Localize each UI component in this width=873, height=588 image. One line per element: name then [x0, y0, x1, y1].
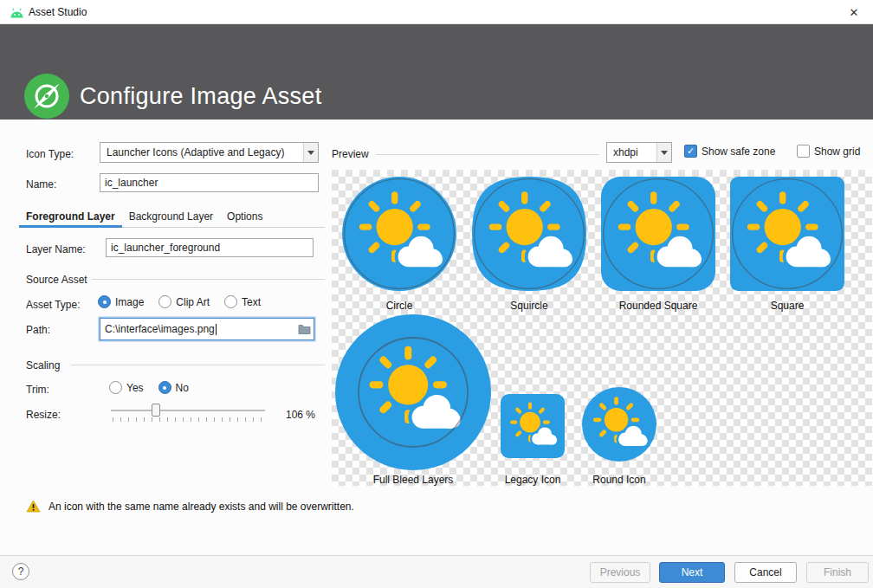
preview-tile-round [582, 387, 656, 462]
warning-message: An icon with the same name already exist… [48, 501, 354, 513]
show-grid-box [797, 145, 810, 158]
chevron-down-icon [656, 143, 671, 162]
show-safe-zone-label: Show safe zone [702, 145, 775, 158]
trim-label: Trim: [26, 384, 49, 396]
slider-ticks [113, 417, 267, 422]
name-input-value: ic_launcher [105, 177, 158, 189]
show-grid-checkbox[interactable]: Show grid [797, 145, 860, 158]
browse-folder-button[interactable] [294, 319, 314, 339]
preview-tile-label: Rounded Square [601, 300, 715, 312]
preview-tile-square [730, 177, 844, 291]
warning-row: An icon with the same name already exist… [26, 500, 354, 513]
adaptive-icon-square-image [730, 177, 844, 291]
radio-trim-no-label: No [176, 382, 189, 394]
preview-tile-legacy [501, 394, 565, 458]
tab-background-layer[interactable]: Background Layer [122, 206, 220, 227]
density-dropdown[interactable]: xhdpi [606, 142, 672, 163]
folder-icon [298, 324, 311, 334]
finish-button[interactable]: Finish [806, 562, 869, 583]
cancel-button[interactable]: Cancel [734, 562, 797, 583]
radio-option-trim-no[interactable]: No [158, 381, 189, 394]
radio-option-clip-art[interactable]: Clip Art [158, 295, 210, 308]
window-title: Asset Studio [29, 6, 87, 18]
name-label: Name: [26, 178, 56, 191]
trim-radio-group: Yes No [109, 381, 204, 394]
preview-tile-squircle [472, 177, 586, 291]
previous-button[interactable]: Previous [590, 562, 650, 583]
resize-label: Resize: [26, 409, 61, 421]
help-button[interactable]: ? [12, 563, 29, 580]
radio-trim-yes [109, 381, 122, 394]
show-safe-zone-checkbox[interactable]: ✓ Show safe zone [684, 145, 775, 158]
check-icon: ✓ [684, 145, 697, 158]
close-button[interactable]: ✕ [835, 0, 873, 24]
page-title: Configure Image Asset [80, 83, 321, 110]
full-bleed-icon-image [335, 314, 491, 470]
layer-name-label: Layer Name: [26, 243, 86, 255]
density-value: xhdpi [607, 146, 656, 158]
asset-studio-dialog: Asset Studio ✕ Configure Image Asset Ico… [0, 0, 873, 588]
radio-option-image[interactable]: Image [98, 295, 144, 308]
layer-tabs: Foreground Layer Background Layer Option… [19, 206, 325, 228]
radio-image [98, 295, 111, 308]
icon-type-label: Icon Type: [26, 148, 74, 160]
layer-name-input[interactable]: ic_launcher_foreground [106, 238, 314, 257]
icon-type-value: Launcher Icons (Adaptive and Legacy) [100, 146, 303, 158]
chevron-down-icon [303, 143, 318, 162]
asset-type-label: Asset Type: [26, 299, 80, 311]
next-button[interactable]: Next [659, 562, 725, 583]
preview-tile-rounded-square [601, 177, 715, 291]
resize-slider[interactable] [111, 404, 265, 423]
path-input[interactable]: C:\interface\images.png [100, 318, 314, 340]
android-icon [10, 8, 24, 21]
preview-divider [376, 154, 599, 155]
preview-tile-label: Circle [342, 300, 456, 312]
warning-icon [26, 500, 41, 513]
show-grid-label: Show grid [814, 145, 860, 158]
name-input[interactable]: ic_launcher [100, 173, 319, 192]
source-asset-section-label: Source Asset [26, 274, 87, 286]
radio-trim-no [158, 381, 171, 394]
preview-tile-circle [342, 177, 456, 291]
preview-canvas: Circle Squircle Rounded Square Square [332, 170, 872, 486]
adaptive-icon-rounded-square-image [601, 177, 715, 291]
radio-text-label: Text [242, 296, 261, 308]
tab-options[interactable]: Options [220, 206, 269, 227]
slider-track[interactable] [111, 410, 265, 411]
text-caret [216, 324, 217, 335]
adaptive-icon-squircle-image [472, 177, 586, 291]
footer-bar: ? Previous Next Cancel Finish [0, 555, 873, 588]
radio-option-trim-yes[interactable]: Yes [109, 381, 144, 394]
path-input-value: C:\interface\images.png [105, 323, 215, 335]
round-icon-image [582, 387, 656, 462]
slider-thumb[interactable] [152, 404, 160, 417]
radio-image-label: Image [115, 296, 144, 308]
preview-tile-label: Full Bleed Layers [335, 474, 491, 486]
radio-trim-yes-label: Yes [126, 382, 144, 394]
path-label: Path: [26, 324, 50, 336]
radio-clip-art [158, 295, 171, 308]
preview-tile-label: Round Icon [567, 474, 671, 486]
legacy-icon-image [501, 394, 565, 458]
tab-foreground-layer[interactable]: Foreground Layer [19, 206, 122, 227]
radio-text [224, 295, 237, 308]
title-bar: Asset Studio ✕ [0, 0, 873, 24]
android-studio-logo-icon [23, 72, 71, 123]
layer-name-input-value: ic_launcher_foreground [111, 242, 220, 254]
adaptive-icon-circle-image [342, 177, 456, 291]
preview-tile-label: Square [730, 300, 844, 312]
preview-label: Preview [332, 148, 369, 160]
radio-clip-art-label: Clip Art [176, 296, 210, 308]
resize-value: 106 % [286, 409, 315, 421]
preview-tile-full-bleed [335, 314, 491, 470]
scaling-section-label: Scaling [26, 359, 60, 372]
source-asset-divider [92, 279, 325, 280]
scaling-divider [71, 365, 325, 365]
preview-tile-label: Squircle [472, 300, 586, 312]
asset-type-radio-group: Image Clip Art Text [98, 295, 275, 308]
wizard-header: Configure Image Asset [0, 24, 873, 120]
icon-type-dropdown[interactable]: Launcher Icons (Adaptive and Legacy) [100, 142, 319, 163]
radio-option-text[interactable]: Text [224, 295, 261, 308]
